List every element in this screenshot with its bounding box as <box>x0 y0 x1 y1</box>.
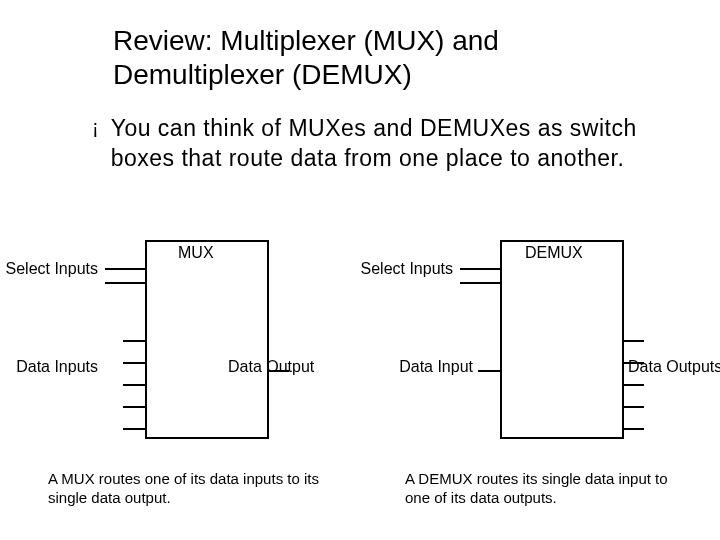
mux-data-output-label: Data Output <box>228 358 378 376</box>
mux-select-tick <box>105 268 145 270</box>
bullet-icon: ¡ <box>92 114 99 140</box>
demux-select-tick <box>460 268 500 270</box>
mux-select-inputs-label: Select Inputs <box>0 260 98 278</box>
mux-data-inputs-label: Data Inputs <box>0 358 98 376</box>
demux-select-tick <box>460 282 500 284</box>
mux-box-label: MUX <box>178 244 214 262</box>
mux-select-tick <box>105 282 145 284</box>
page-title: Review: Multiplexer (MUX) and Demultiple… <box>113 24 613 91</box>
mux-caption: A MUX routes one of its data inputs to i… <box>48 470 328 508</box>
bullet-text: You can think of MUXes and DEMUXes as sw… <box>111 114 682 174</box>
mux-data-tick <box>123 428 145 430</box>
demux-output-tick <box>622 384 644 386</box>
demux-caption: A DEMUX routes its single data input to … <box>405 470 685 508</box>
demux-data-outputs-label: Data Outputs <box>628 358 720 376</box>
demux-input-tick <box>478 370 500 372</box>
mux-data-tick <box>123 340 145 342</box>
mux-data-tick <box>123 362 145 364</box>
title-line-1: Review: Multiplexer (MUX) and <box>113 25 499 56</box>
mux-box <box>145 240 269 439</box>
demux-data-input-label: Data Input <box>375 358 473 376</box>
mux-data-tick <box>123 406 145 408</box>
demux-output-tick <box>622 428 644 430</box>
demux-select-inputs-label: Select Inputs <box>355 260 453 278</box>
demux-output-tick <box>622 340 644 342</box>
title-line-2: Demultiplexer (DEMUX) <box>113 59 412 90</box>
demux-box <box>500 240 624 439</box>
demux-box-label: DEMUX <box>525 244 583 262</box>
mux-data-tick <box>123 384 145 386</box>
demux-output-tick <box>622 406 644 408</box>
bullet-item: ¡ You can think of MUXes and DEMUXes as … <box>92 114 682 174</box>
